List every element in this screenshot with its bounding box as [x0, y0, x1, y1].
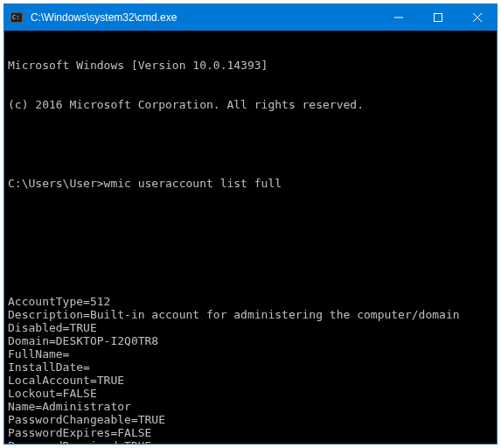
blank-line — [8, 256, 493, 269]
account-field: InstallDate= — [8, 360, 493, 374]
prompt-line: C:\Users\User>wmic useraccount list full — [8, 177, 493, 190]
blank-line — [8, 216, 493, 229]
account-field: Lockout=FALSE — [8, 387, 493, 400]
os-version-line: Microsoft Windows [Version 10.0.14393] — [8, 59, 493, 72]
account-field: PasswordRequired=TRUE — [8, 439, 493, 444]
account-field: Name=Administrator — [8, 400, 493, 413]
account-field: AccountType=512 — [8, 295, 493, 308]
command-text: wmic useraccount list full — [104, 177, 282, 190]
account-field: PasswordChangeable=TRUE — [8, 413, 493, 426]
terminal-output[interactable]: Microsoft Windows [Version 10.0.14393] (… — [4, 31, 497, 444]
svg-text:C:: C: — [12, 14, 19, 21]
cmd-icon: C: — [4, 12, 29, 23]
account-field: PasswordExpires=FALSE — [8, 426, 493, 439]
titlebar[interactable]: C: C:\Windows\system32\cmd.exe — [4, 4, 497, 31]
minimize-button[interactable] — [379, 4, 418, 31]
account-field: Description=Built-in account for adminis… — [8, 308, 493, 321]
maximize-button[interactable] — [418, 4, 457, 31]
account-field: LocalAccount=TRUE — [8, 374, 493, 387]
window-controls — [379, 4, 497, 31]
account-field: FullName= — [8, 347, 493, 360]
account-field: Domain=DESKTOP-I2Q0TR8 — [8, 334, 493, 347]
window-title: C:\Windows\system32\cmd.exe — [29, 11, 379, 24]
blank-line — [8, 137, 493, 150]
cmd-window: C: C:\Windows\system32\cmd.exe Microsoft… — [3, 4, 498, 444]
account-field: Disabled=TRUE — [8, 321, 493, 334]
svg-rect-3 — [434, 14, 442, 22]
prompt-path: C:\Users\User> — [8, 177, 104, 190]
copyright-line: (c) 2016 Microsoft Corporation. All righ… — [8, 98, 493, 111]
close-button[interactable] — [457, 4, 497, 31]
